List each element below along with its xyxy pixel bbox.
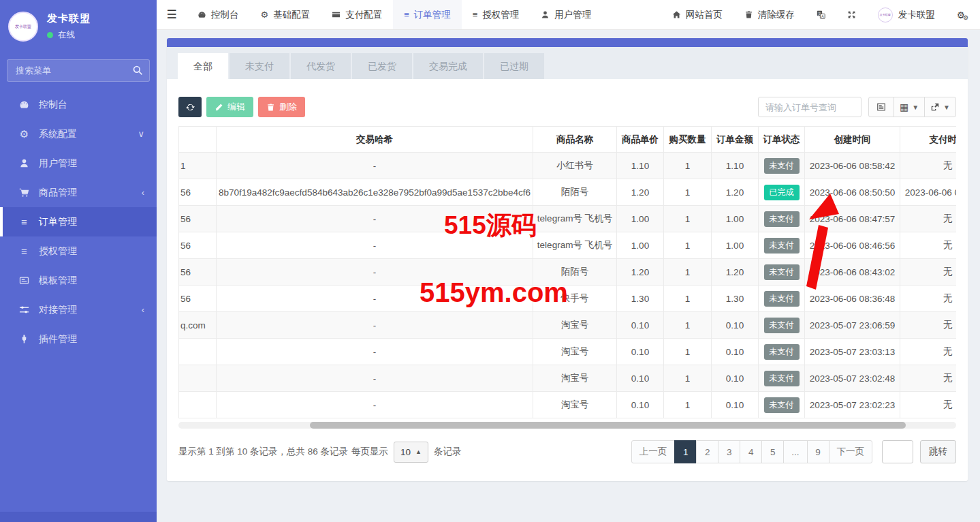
table-row[interactable]: 1 - 小红书号 1.10 1 1.10 未支付 2023-06-06 08:5…	[179, 153, 957, 179]
user-icon	[541, 10, 550, 19]
sidebar-search-input[interactable]	[7, 59, 150, 82]
tab-交易完成[interactable]: 交易完成	[413, 53, 483, 79]
trash-icon	[266, 103, 275, 112]
sidebar-item-商品管理[interactable]: 商品管理 ‹	[0, 178, 157, 207]
nav-item-控制台[interactable]: 控制台	[187, 0, 250, 29]
list-icon: ≡	[404, 10, 409, 20]
cell-price: 0.10	[617, 365, 664, 392]
cell-hash: -	[217, 286, 533, 312]
delete-button[interactable]: 删除	[258, 97, 305, 117]
table-row[interactable]: 56 - 快手号 1.30 1 1.30 未支付 2023-06-06 08:3…	[179, 286, 957, 312]
chevron-left-icon: ‹	[142, 187, 144, 198]
column-header: 商品单价	[617, 127, 664, 153]
nav-item-支付配置[interactable]: 支付配置	[321, 0, 393, 29]
cell-quantity: 1	[664, 392, 712, 418]
expand-icon	[847, 10, 856, 19]
sidebar-item-插件管理[interactable]: 插件管理	[0, 324, 157, 354]
tab-已过期[interactable]: 已过期	[484, 53, 544, 79]
cell-product-name: 快手号	[533, 286, 617, 312]
sidebar-item-授权管理[interactable]: ≡ 授权管理	[0, 236, 157, 266]
page-button-2[interactable]: 2	[696, 440, 718, 463]
brand-title: 发卡联盟	[47, 12, 91, 25]
user-menu[interactable]: 发卡联盟 发卡联盟	[867, 0, 946, 29]
caret-up-icon: ▲	[415, 448, 422, 455]
cell-status: 未支付	[759, 206, 805, 232]
table-row[interactable]: 56 - telegram号 飞机号 1.00 1 1.00 未支付 2023-…	[179, 232, 957, 259]
nav-item-订单管理[interactable]: ≡ 订单管理	[393, 0, 462, 29]
sidebar-menu: 控制台 ⚙ 系统配置 ∨ 用户管理 商品管理 ‹ ≡ 订单管理 ≡ 授权管理 模…	[0, 90, 157, 354]
page-button-上一页[interactable]: 上一页	[631, 440, 676, 463]
nav-item-网站首页[interactable]: 网站首页	[661, 0, 733, 29]
orders-panel: 全部未支付代发货已发货交易完成已过期 编辑 删除	[167, 38, 968, 481]
tab-已发货[interactable]: 已发货	[352, 53, 412, 79]
tab-未支付[interactable]: 未支付	[230, 53, 289, 79]
cell-quantity: 1	[664, 232, 712, 259]
sidebar-item-用户管理[interactable]: 用户管理	[0, 149, 157, 178]
template-icon	[18, 275, 30, 286]
sidebar-item-对接管理[interactable]: 对接管理 ‹	[0, 295, 157, 324]
cell-hash: 8b70f19a482fc9aecfd584b643ab26c1e328e795…	[217, 179, 533, 206]
cell-contact: 1	[179, 153, 217, 179]
page-button-...[interactable]: ...	[783, 440, 807, 463]
settings-cogs-icon[interactable]: ⚙⚙	[946, 0, 980, 29]
sidebar-item-系统配置[interactable]: ⚙ 系统配置 ∨	[0, 119, 157, 149]
tab-全部[interactable]: 全部	[178, 53, 228, 79]
detail-view-button[interactable]	[868, 97, 894, 117]
nav-item-清除缓存[interactable]: 清除缓存	[733, 0, 806, 29]
tab-代发货[interactable]: 代发货	[291, 53, 351, 79]
page-button-3[interactable]: 3	[718, 440, 740, 463]
sidebar-item-订单管理[interactable]: ≡ 订单管理	[0, 207, 157, 236]
nav-item-基础配置[interactable]: ⚙ 基础配置	[250, 0, 321, 29]
export-button[interactable]: ▼	[924, 97, 956, 117]
menu-toggle-icon[interactable]: ☰	[157, 0, 187, 29]
cell-amount: 1.20	[712, 259, 759, 286]
cell-price: 1.00	[617, 232, 664, 259]
order-search-input[interactable]	[758, 97, 862, 117]
cell-price: 1.30	[617, 286, 664, 312]
nav-item-授权管理[interactable]: ≡ 授权管理	[462, 0, 531, 29]
cell-status: 未支付	[759, 286, 805, 312]
cell-quantity: 1	[664, 153, 712, 179]
tachometer-icon	[18, 99, 30, 110]
list-icon: ≡	[473, 10, 478, 20]
translate-button[interactable]: 文A	[806, 0, 836, 29]
sidebar-item-控制台[interactable]: 控制台	[0, 90, 157, 119]
cell-created: 2023-06-06 08:46:56	[805, 232, 900, 259]
cell-product-name: 淘宝号	[533, 392, 617, 418]
brand: 发卡联盟 发卡联盟 在线	[0, 0, 157, 51]
tachometer-icon	[197, 10, 206, 19]
columns-button[interactable]: ▦▼	[894, 97, 925, 117]
page-button-1[interactable]: 1	[674, 440, 697, 463]
table-row[interactable]: 56 8b70f19a482fc9aecfd584b643ab26c1e328e…	[179, 179, 957, 206]
scrollbar-thumb[interactable]	[310, 422, 906, 429]
jump-button[interactable]: 跳转	[920, 440, 956, 463]
edit-button[interactable]: 编辑	[206, 97, 253, 117]
cell-amount: 0.10	[712, 312, 759, 339]
expand-button[interactable]	[836, 0, 867, 29]
table-row[interactable]: 56 - 陌陌号 1.20 1 1.20 未支付 2023-06-06 08:4…	[179, 259, 957, 286]
svg-text:A: A	[821, 14, 824, 18]
column-header	[179, 127, 217, 153]
table-row[interactable]: - 淘宝号 0.10 1 0.10 未支付 2023-05-07 23:02:2…	[179, 392, 957, 418]
table-row[interactable]: - 淘宝号 0.10 1 0.10 未支付 2023-05-07 23:02:4…	[179, 365, 957, 392]
jump-page-input[interactable]	[882, 440, 913, 463]
table-row[interactable]: q.com - 淘宝号 0.10 1 0.10 未支付 2023-05-07 2…	[179, 312, 957, 339]
table-toolbar: 编辑 删除 ▦▼	[178, 97, 956, 117]
cell-amount: 1.00	[712, 206, 759, 232]
table-row[interactable]: 56 - telegram号 飞机号 1.00 1 1.00 未支付 2023-…	[179, 206, 957, 232]
cell-status: 未支付	[759, 232, 805, 259]
table-row[interactable]: - 淘宝号 0.10 1 0.10 未支付 2023-05-07 23:03:1…	[179, 339, 957, 365]
cell-paid: 无	[900, 153, 957, 179]
cell-contact: q.com	[179, 312, 217, 339]
page-button-4[interactable]: 4	[740, 440, 762, 463]
cell-contact: 56	[179, 179, 217, 206]
page-button-5[interactable]: 5	[761, 440, 784, 463]
cell-quantity: 1	[664, 312, 712, 339]
sidebar-item-模板管理[interactable]: 模板管理	[0, 266, 157, 295]
page-button-下一页[interactable]: 下一页	[829, 440, 873, 463]
nav-item-用户管理[interactable]: 用户管理	[530, 0, 602, 29]
page-size-select[interactable]: 10 ▲	[394, 442, 428, 463]
orders-table: 交易哈希商品名称商品单价购买数量订单金额订单状态创建时间支付时间 1 - 小红书…	[178, 126, 956, 418]
refresh-button[interactable]	[178, 97, 202, 117]
page-button-9[interactable]: 9	[807, 440, 829, 463]
